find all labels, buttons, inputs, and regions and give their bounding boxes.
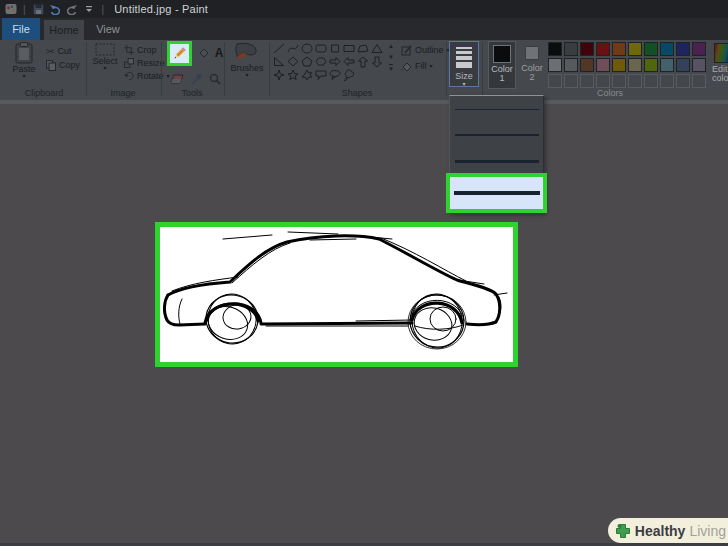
customize-quick-access-icon[interactable]: [83, 3, 96, 16]
color-swatch[interactable]: [564, 58, 578, 72]
color-swatch[interactable]: [612, 42, 626, 56]
magnifier-tool-button[interactable]: [207, 71, 223, 87]
outline-button[interactable]: Outline ▾: [401, 44, 450, 56]
save-icon[interactable]: [32, 3, 45, 16]
shape-diamond-icon[interactable]: [286, 55, 300, 68]
tab-file[interactable]: File: [2, 18, 40, 40]
shape-five-point-star-icon[interactable]: [286, 68, 300, 81]
color-swatch-empty[interactable]: [596, 74, 610, 88]
size-option[interactable]: [450, 96, 543, 122]
shape-cloud-callout-icon[interactable]: [342, 68, 356, 81]
color-swatch[interactable]: [564, 42, 578, 56]
scroll-up-icon[interactable]: ▴: [389, 42, 393, 50]
color-swatch-empty[interactable]: [628, 74, 642, 88]
color-swatch[interactable]: [596, 58, 610, 72]
color-swatch-empty[interactable]: [612, 74, 626, 88]
color-swatch[interactable]: [596, 42, 610, 56]
paste-button[interactable]: Paste ▾: [8, 42, 40, 79]
fill-bucket-icon: [197, 47, 210, 60]
copy-icon: [46, 60, 56, 71]
scroll-down-icon[interactable]: ▾: [389, 53, 393, 61]
color-swatch[interactable]: [580, 42, 594, 56]
color-swatch[interactable]: [548, 58, 562, 72]
resize-button[interactable]: Resize: [124, 57, 165, 69]
redo-icon[interactable]: [66, 3, 79, 16]
shape-polygon-icon[interactable]: [356, 42, 370, 55]
title-bar: | | Untitled.jpg - Paint: [0, 0, 728, 18]
pencil-tool-button[interactable]: [167, 41, 192, 66]
undo-icon[interactable]: [49, 3, 62, 16]
shape-oval-callout-icon[interactable]: [328, 68, 342, 81]
size-option[interactable]: [450, 148, 543, 174]
color-swatch[interactable]: [644, 58, 658, 72]
color-swatch[interactable]: [676, 42, 690, 56]
crop-button[interactable]: Crop: [124, 44, 157, 56]
select-button[interactable]: Select ▾: [90, 43, 120, 71]
shape-square-icon[interactable]: [328, 42, 342, 55]
color1-button[interactable]: Color 1: [488, 41, 516, 89]
shapes-overflow-icon[interactable]: ▾: [389, 64, 393, 73]
color-swatch[interactable]: [628, 42, 642, 56]
shape-four-point-star-icon[interactable]: [272, 68, 286, 81]
color-swatch[interactable]: [628, 58, 642, 72]
size-option-largest[interactable]: [446, 173, 547, 213]
color-swatch[interactable]: [580, 58, 594, 72]
color-swatch[interactable]: [548, 42, 562, 56]
color-swatch[interactable]: [676, 58, 690, 72]
shape-up-arrow-icon[interactable]: [356, 55, 370, 68]
fill-button[interactable]: Fill ▾: [401, 60, 433, 72]
color-swatch-empty[interactable]: [548, 74, 562, 88]
shape-right-triangle-icon[interactable]: [272, 55, 286, 68]
shapes-scroll: ▴ ▾ ▾: [385, 42, 397, 73]
paint-logo-icon[interactable]: [4, 3, 17, 16]
color-picker-tool-button[interactable]: [189, 71, 205, 87]
size-button[interactable]: Size ▾: [449, 41, 479, 87]
color-swatch[interactable]: [692, 42, 706, 56]
canvas-drawing[interactable]: [155, 222, 518, 367]
tab-home[interactable]: Home: [44, 20, 84, 40]
shape-left-arrow-icon[interactable]: [342, 55, 356, 68]
copy-button[interactable]: Copy: [46, 59, 80, 71]
color-swatch[interactable]: [692, 58, 706, 72]
shape-rectangle-icon[interactable]: [342, 42, 356, 55]
tools-group: A Tools: [161, 40, 224, 100]
color-swatch[interactable]: [612, 58, 626, 72]
shape-line-icon[interactable]: [272, 42, 286, 55]
window-title: Untitled.jpg - Paint: [114, 3, 208, 15]
shape-hexagon-icon[interactable]: [314, 55, 328, 68]
shape-triangle-icon[interactable]: [370, 42, 384, 55]
pencil-icon: [172, 46, 187, 61]
shape-rounded-rectangle-icon[interactable]: [314, 42, 328, 55]
color-swatch-empty[interactable]: [644, 74, 658, 88]
shape-rounded-callout-icon[interactable]: [314, 68, 328, 81]
color-picker-icon: [191, 73, 203, 85]
brushes-button[interactable]: Brushes ▾: [227, 42, 267, 78]
eraser-tool-button[interactable]: [169, 71, 185, 87]
color-swatch-empty[interactable]: [564, 74, 578, 88]
fill-bucket-tool-button[interactable]: [195, 45, 211, 61]
brush-icon: [235, 42, 259, 63]
eraser-icon: [170, 74, 184, 85]
color-swatch-empty[interactable]: [692, 74, 706, 88]
shape-right-arrow-icon[interactable]: [328, 55, 342, 68]
color-swatch[interactable]: [660, 58, 674, 72]
edit-colors-icon: [714, 43, 728, 63]
shape-curve-icon[interactable]: [286, 42, 300, 55]
color-swatch-empty[interactable]: [676, 74, 690, 88]
color2-button[interactable]: Color 2: [519, 41, 545, 89]
color-swatch[interactable]: [660, 42, 674, 56]
size-option[interactable]: [450, 122, 543, 148]
color-swatch[interactable]: [644, 42, 658, 56]
shape-six-point-star-icon[interactable]: [300, 68, 314, 81]
car-sketch: [160, 227, 513, 362]
color-swatch-empty[interactable]: [580, 74, 594, 88]
shape-pentagon-icon[interactable]: [300, 55, 314, 68]
shape-oval-icon[interactable]: [300, 42, 314, 55]
color1-swatch: [493, 45, 511, 63]
cut-button[interactable]: ✂ Cut: [46, 45, 71, 57]
color-swatch-empty[interactable]: [660, 74, 674, 88]
size-option-line: [454, 191, 540, 195]
tab-view[interactable]: View: [88, 18, 128, 40]
edit-colors-button[interactable]: Edit colors: [712, 43, 728, 83]
shape-down-arrow-icon[interactable]: [370, 55, 384, 68]
